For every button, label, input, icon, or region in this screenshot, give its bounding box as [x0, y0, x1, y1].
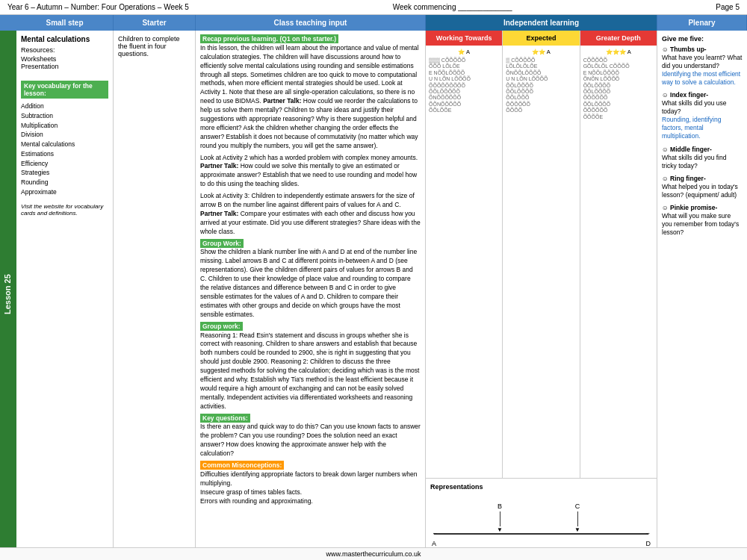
- greater-depth-content: ⭐⭐⭐ A CÕÕÕÕÕ GÕLÕLÕL CÕÕÕÕ E NÕÕLÕÕÕÕ ÕN…: [580, 46, 657, 478]
- col-header-teaching: Class teaching input: [196, 15, 426, 31]
- activity3-text: Look at Activity 3: Children to independ…: [200, 192, 415, 208]
- arrow-c: C ▼: [574, 503, 580, 533]
- expected-content: ⭐⭐ A ▒ CÕÕÕÕÕ LÕLÕLÕLÕE ÕNÕÕLÕÕÕÕ U N LÕ…: [503, 46, 580, 478]
- starter-text: Children to complete the fluent in four …: [118, 35, 190, 57]
- nl-label-d: D: [646, 540, 651, 547]
- group-work-1: Show the children a blank number line wi…: [200, 248, 417, 317]
- col-header-starter: Starter: [114, 15, 196, 31]
- resources-list: WorksheetsPresentation: [21, 55, 108, 70]
- teaching-intro: In this lesson, the children will learn …: [200, 44, 418, 105]
- small-step-title: Mental calculations: [21, 35, 108, 43]
- expected-text: ▒ CÕÕÕÕÕ LÕLÕLÕLÕE ÕNÕÕLÕÕÕÕ U N LÕN LÕÕ…: [506, 57, 576, 114]
- partner-talk-2: Partner Talk:: [200, 162, 238, 169]
- plenary-pinkie: ☺ Pinkie promise- What will you make sur…: [662, 204, 743, 237]
- col-header-small: Small step: [16, 15, 114, 31]
- vocab-label: Key vocabulary for the lesson:: [21, 81, 108, 99]
- plenary-intro: Give me five:: [662, 35, 743, 43]
- group-work-label-2: Group work:: [200, 322, 243, 331]
- plenary-middle: ☺ Middle finger- What skills did you fin…: [662, 146, 743, 170]
- header-page: Page 5: [716, 3, 740, 11]
- number-line-diagram: B ▼ C ▼ A D ← →: [430, 494, 652, 553]
- representations-label: Representations: [430, 483, 652, 491]
- footer-website: www.masterthecurriculum.co.uk: [326, 550, 421, 558]
- website-note: Visit the website for vocabulary cards a…: [21, 203, 108, 217]
- representations-area: Representations B ▼ C: [426, 479, 657, 558]
- header-greater-depth: Greater Depth: [580, 31, 657, 46]
- vocab-list: Addition Subtraction Multiplication Divi…: [21, 102, 108, 197]
- resources-label: Resources: WorksheetsPresentation: [21, 46, 108, 70]
- working-towards-stars: ⭐ A: [429, 49, 499, 55]
- page-footer: www.masterthecurriculum.co.uk: [0, 547, 747, 560]
- partner-talk-1: Partner Talk:: [263, 97, 301, 105]
- main-content: Lesson 25 Mental calculations Resources:…: [0, 31, 747, 558]
- greater-depth-stars: ⭐⭐⭐ A: [583, 49, 654, 55]
- header-expected: Expected: [503, 31, 580, 46]
- misconceptions-text: Difficulties identifying appropriate fac…: [200, 470, 417, 505]
- key-questions-text: Is there an easy and quick way to do thi…: [200, 423, 421, 457]
- group-work-label: Group Work:: [200, 239, 244, 248]
- lesson-label: Lesson 25: [0, 31, 16, 558]
- nl-arrow-left: ←: [432, 530, 438, 537]
- activity2-text: Look at Activity 2 which has a worded pr…: [200, 154, 418, 161]
- nl-arrow-right: →: [645, 530, 651, 537]
- plenary-ring: ☺ Ring finger- What helped you in today'…: [662, 175, 743, 199]
- col-header-independent: Independent learning: [426, 15, 657, 31]
- plenary-column: Give me five: ☺ Thumbs up- What have you…: [657, 31, 747, 558]
- misconceptions-label: Common Misconceptions:: [200, 461, 284, 470]
- teaching-column: Recap previous learning. (Q1 on the star…: [196, 31, 426, 558]
- starter-column: Children to complete the fluent in four …: [114, 31, 196, 558]
- partner-talk-1-text: How could we reorder the calculations to…: [200, 97, 418, 149]
- greater-depth-text: CÕÕÕÕÕ GÕLÕLÕL CÕÕÕÕ E NÕÕLÕÕÕÕ ÕNÕN LÕÕ…: [583, 57, 654, 120]
- group-work-2: Reasoning 1: Read Esin's statement and d…: [200, 332, 419, 410]
- key-questions-label: Key questions:: [200, 414, 250, 423]
- arrow-b: B ▼: [497, 503, 503, 533]
- expected-stars: ⭐⭐ A: [506, 49, 576, 55]
- independent-headers: Working Towards Expected Greater Depth: [426, 31, 657, 46]
- partner-talk-3: Partner Talk:: [200, 210, 238, 217]
- header-title: Year 6 – Autumn – Number: Four Operation…: [7, 3, 189, 11]
- working-towards-text: ▒▒▒ CÕÕÕÕÕ ÕÕÕ LÕLÕE E NÕÕLÕÕÕÕ U N LÕN …: [429, 57, 499, 114]
- column-headers: Small step Starter Class teaching input …: [0, 15, 747, 31]
- page-header: Year 6 – Autumn – Number: Four Operation…: [0, 0, 747, 15]
- number-line-base: [434, 533, 648, 535]
- independent-column: Working Towards Expected Greater Depth ⭐…: [426, 31, 657, 558]
- plenary-thumb: ☺ Thumbs up- What have you learnt? What …: [662, 46, 743, 87]
- col-header-plenary: Plenary: [657, 15, 747, 31]
- plenary-index: ☺ Index finger- What skills did you use …: [662, 91, 743, 140]
- working-towards-content: ⭐ A ▒▒▒ CÕÕÕÕÕ ÕÕÕ LÕLÕE E NÕÕLÕÕÕÕ U N …: [426, 46, 503, 478]
- independent-content-area: ⭐ A ▒▒▒ CÕÕÕÕÕ ÕÕÕ LÕLÕE E NÕÕLÕÕÕÕ U N …: [426, 46, 657, 479]
- nl-label-a: A: [432, 540, 436, 547]
- recap-label: Recap previous learning. (Q1 on the star…: [200, 34, 338, 43]
- header-week: Week commencing _____________: [189, 3, 716, 11]
- small-step-column: Mental calculations Resources: Worksheet…: [16, 31, 114, 558]
- header-working-towards: Working Towards: [426, 31, 503, 46]
